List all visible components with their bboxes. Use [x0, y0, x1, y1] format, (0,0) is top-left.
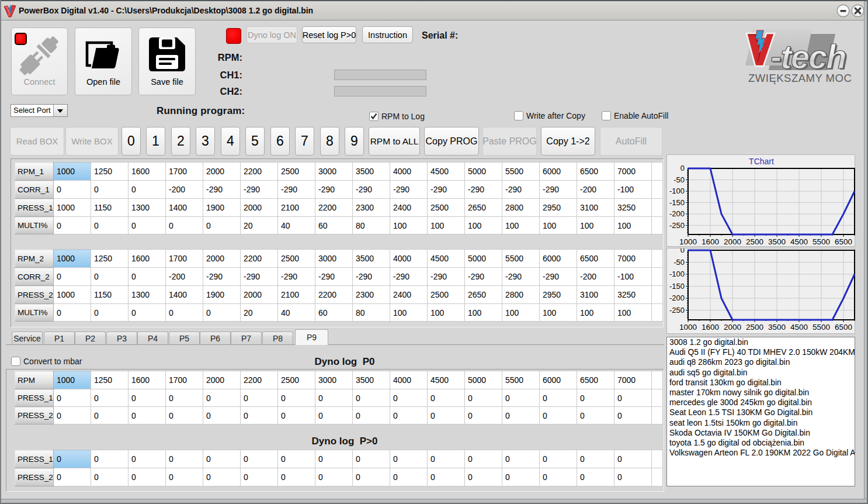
svg-text:2000: 2000 — [724, 323, 741, 332]
svg-text:-150: -150 — [669, 282, 685, 291]
svg-text:1000: 1000 — [679, 237, 697, 246]
svg-text:-100: -100 — [669, 270, 685, 278]
svg-text:2000: 2000 — [724, 237, 741, 246]
svg-text:3500: 3500 — [768, 323, 786, 332]
svg-text:2500: 2500 — [746, 323, 763, 332]
svg-text:5500: 5500 — [813, 323, 830, 332]
svg-text:1000: 1000 — [679, 323, 697, 332]
svg-text:-200: -200 — [669, 209, 685, 218]
svg-text:-100: -100 — [669, 187, 685, 195]
svg-text:2500: 2500 — [746, 237, 763, 246]
svg-text:6500: 6500 — [835, 237, 852, 246]
svg-text:1600: 1600 — [702, 323, 719, 332]
svg-text:ZWIĘKSZAMY MOC: ZWIĘKSZAMY MOC — [748, 72, 852, 84]
svg-text:3500: 3500 — [768, 237, 786, 246]
svg-text:-150: -150 — [669, 198, 685, 207]
svg-text:TChart: TChart — [749, 157, 774, 166]
svg-text:1600: 1600 — [702, 237, 719, 246]
svg-text:-200: -200 — [669, 294, 685, 302]
svg-text:6500: 6500 — [835, 323, 852, 332]
svg-text:-250: -250 — [669, 306, 685, 315]
svg-text:4500: 4500 — [790, 323, 808, 332]
svg-text:0: 0 — [680, 164, 685, 172]
svg-text:-50: -50 — [673, 175, 685, 184]
svg-text:4500: 4500 — [790, 237, 808, 246]
svg-text:-250: -250 — [669, 221, 685, 230]
svg-text:0: 0 — [680, 248, 685, 254]
svg-text:-tech: -tech — [770, 37, 846, 75]
svg-text:-50: -50 — [673, 258, 685, 267]
svg-text:5500: 5500 — [813, 237, 830, 246]
